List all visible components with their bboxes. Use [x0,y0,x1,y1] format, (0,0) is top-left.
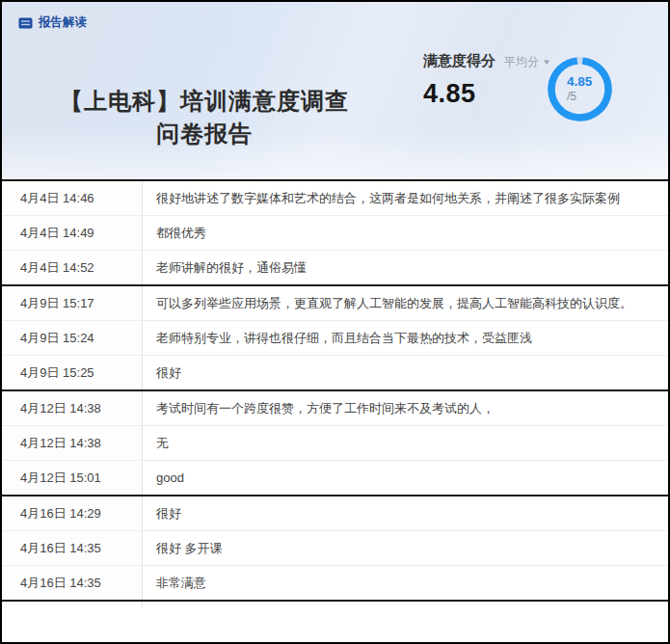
page-title: 【上电科】培训满意度调查 问卷报告 [27,85,382,150]
score-donut-chart: 4.85 /5 [548,57,612,121]
row-comment: 都很优秀 [143,216,668,250]
score-mode-dropdown[interactable]: 平均分 ▼ [504,54,550,70]
row-timestamp: 4月9日 15:24 [2,321,143,355]
report-header: 报告解读 【上电科】培训满意度调查 问卷报告 满意度得分 平均分 ▼ 4.85 … [2,2,668,181]
row-comment: 很好地讲述了数字媒体和艺术的结合，这两者是如何地关系，并阐述了很多实际案例 [143,181,668,215]
breadcrumb: 报告解读 [18,14,87,31]
score-value: 4.85 [423,79,550,109]
report-book-icon [18,17,33,29]
row-timestamp: 4月12日 14:38 [2,426,143,460]
report-screen: 报告解读 【上电科】培训满意度调查 问卷报告 满意度得分 平均分 ▼ 4.85 … [0,0,670,644]
row-timestamp: 4月16日 14:35 [2,531,143,565]
table-row: 4月9日 15:24老师特别专业，讲得也很仔细，而且结合当下最热的技术，受益匪浅 [2,321,668,356]
brand-label: 报告解读 [39,14,87,31]
row-comment: 考试时间有一个跨度很赞，方便了工作时间来不及考试的人， [143,391,668,425]
row-comment: good [143,461,668,495]
table-row: 4月4日 14:52老师讲解的很好，通俗易懂 [2,251,668,286]
row-comment: 可以多列举些应用场景，更直观了解人工智能的发展，提高人工智能高科技的认识度。 [143,286,668,320]
table-row: 4月4日 14:49都很优秀 [2,216,668,251]
table-row: 4月16日 14:29很好 [2,496,668,531]
row-comment: 很好 [143,356,668,389]
row-comment: 非常满意 [143,566,668,600]
row-timestamp: 4月16日 14:29 [2,496,143,530]
table-row: 4月16日 14:35非常满意 [2,566,668,602]
comments-table: 4月4日 14:46很好地讲述了数字媒体和艺术的结合，这两者是如何地关系，并阐述… [2,181,668,607]
row-timestamp: 4月4日 14:46 [2,181,143,215]
row-comment: 无 [143,426,668,460]
table-clipped-row [2,602,668,607]
table-row: 4月16日 14:35很好 多开课 [2,531,668,566]
table-row: 4月12日 14:38考试时间有一个跨度很赞，方便了工作时间来不及考试的人， [2,391,668,426]
table-row: 4月9日 15:17可以多列举些应用场景，更直观了解人工智能的发展，提高人工智能… [2,286,668,321]
score-panel: 满意度得分 平均分 ▼ 4.85 [423,52,550,109]
row-timestamp: 4月16日 14:35 [2,566,143,600]
table-row: 4月12日 15:01good [2,461,668,496]
row-timestamp: 4月4日 14:52 [2,251,143,284]
score-label: 满意度得分 [423,52,496,70]
row-timestamp: 4月12日 15:01 [2,461,143,495]
row-timestamp: 4月9日 15:17 [2,286,143,320]
table-row: 4月4日 14:46很好地讲述了数字媒体和艺术的结合，这两者是如何地关系，并阐述… [2,181,668,216]
table-row: 4月12日 14:38无 [2,426,668,461]
row-comment: 老师特别专业，讲得也很仔细，而且结合当下最热的技术，受益匪浅 [143,321,668,355]
table-row: 4月9日 15:25很好 [2,356,668,391]
score-mode-label: 平均分 [504,54,539,70]
donut-max-label: /5 [567,90,576,104]
row-timestamp: 4月4日 14:49 [2,216,143,250]
row-comment: 老师讲解的很好，通俗易懂 [143,251,668,284]
row-comment: 很好 [143,496,668,530]
donut-score-value: 4.85 [567,74,592,90]
row-timestamp: 4月12日 14:38 [2,391,143,425]
row-comment: 很好 多开课 [143,531,668,565]
row-timestamp: 4月9日 15:25 [2,356,143,389]
